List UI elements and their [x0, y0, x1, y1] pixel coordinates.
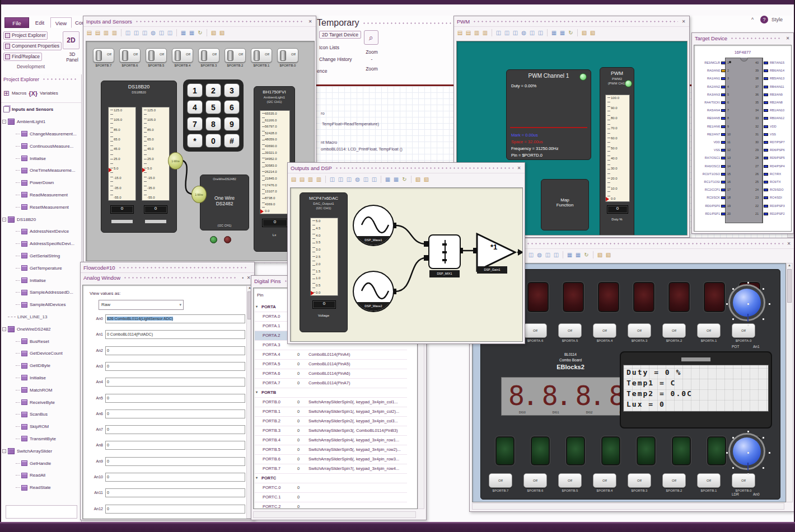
- pin-stub[interactable]: [764, 109, 768, 112]
- keypad-key-6[interactable]: 6: [224, 100, 240, 114]
- expander-icon[interactable]: −: [2, 449, 6, 453]
- pin-row[interactable]: PORTC.10: [255, 493, 407, 502]
- tree-item[interactable]: GetSerialString: [1, 250, 81, 262]
- save2-icon[interactable]: ▥: [111, 29, 118, 36]
- pin4-icon[interactable]: ◫: [362, 176, 370, 183]
- analog-value-input[interactable]: 0: [105, 378, 245, 387]
- tree-item[interactable]: AddressSpecificDevi...: [1, 238, 81, 250]
- outputs-canvas[interactable]: MCP47x6DAC DAC_Output1 (I2C CH1) 5.04.54…: [290, 187, 523, 342]
- slider-marker[interactable]: [260, 209, 264, 214]
- port-group-row[interactable]: ▾PORTB: [255, 388, 407, 398]
- pin-stub[interactable]: [721, 109, 726, 112]
- tree-item[interactable]: TransmitByte: [1, 433, 81, 445]
- eblocks-hscrollbar[interactable]: [472, 503, 784, 510]
- chart-icon[interactable]: ▦: [550, 29, 558, 36]
- close-icon[interactable]: ✕: [785, 36, 791, 41]
- dac-panel[interactable]: MCP47x6DAC DAC_Output1 (I2C CH1) 5.04.54…: [300, 192, 348, 332]
- 2d-panel-button[interactable]: 2D: [63, 31, 80, 49]
- close-icon[interactable]: ✕: [786, 241, 792, 246]
- toggle-switch[interactable]: Off: [558, 323, 582, 338]
- ds18b20-slider-1[interactable]: 125.0105.085.065.045.025.05.0-15.0-35.0-…: [108, 107, 136, 201]
- globe-icon[interactable]: ◍: [354, 176, 361, 183]
- pin-row[interactable]: PORTA.50ComboBL0114(PinA5): [255, 360, 407, 369]
- pwm-channel-panel[interactable]: PWM Channel 1 Duty = 0.00% Mark = 0.00us…: [506, 69, 591, 160]
- pin-stub[interactable]: [764, 165, 768, 168]
- macros-icon[interactable]: ⊞: [3, 89, 10, 97]
- pin4-icon[interactable]: ◫: [529, 29, 536, 36]
- tree-item[interactable]: SampleAddressedD...: [1, 286, 81, 299]
- onewire-connector[interactable]: 1-Wire: [168, 152, 183, 170]
- toggle-switch[interactable]: Off: [251, 48, 272, 63]
- save-icon[interactable]: ▥: [473, 29, 480, 36]
- pin5-icon[interactable]: ◫: [553, 251, 560, 258]
- tree-item[interactable]: Inputs and Sensors: [1, 103, 81, 116]
- cut-icon[interactable]: ▧: [596, 251, 604, 258]
- cut2-icon[interactable]: ▧: [589, 29, 596, 36]
- tree-item[interactable]: SampleAllDevices: [1, 299, 81, 311]
- tab-edit[interactable]: Edit: [31, 17, 48, 28]
- pin-row[interactable]: PORTB.50SwitchArraySliderSpin5(, keypad_…: [255, 445, 407, 455]
- pin3-icon[interactable]: ◫: [345, 176, 353, 183]
- pin-stub[interactable]: [721, 181, 726, 183]
- chart2-icon[interactable]: ▦: [392, 176, 400, 183]
- pin-stub[interactable]: [721, 77, 726, 80]
- pin-stub[interactable]: [721, 149, 726, 152]
- pin-stub[interactable]: [764, 125, 768, 128]
- find-replace-button[interactable]: Find/Replace: [3, 53, 42, 61]
- zoom-icon[interactable]: ⌕: [364, 30, 378, 45]
- pin3-icon[interactable]: ◫: [512, 29, 519, 36]
- tree-item[interactable]: SkipROM: [1, 421, 81, 433]
- pin-row[interactable]: PORTC.20: [255, 502, 407, 509]
- view-values-dropdown[interactable]: Raw▾: [99, 300, 184, 310]
- globe-icon[interactable]: ◍: [520, 29, 527, 36]
- bh1750-slider[interactable]: 65535.061166.056797.052428.048059.043690…: [260, 110, 290, 214]
- pin-stub[interactable]: [721, 205, 726, 208]
- pin3-icon[interactable]: ◫: [141, 29, 148, 36]
- keypad-key-5[interactable]: 5: [205, 100, 221, 114]
- toggle-switch[interactable]: Off: [523, 323, 547, 338]
- chevron-down-icon[interactable]: ▾: [256, 390, 258, 394]
- rotate-icon[interactable]: ↻: [583, 251, 590, 258]
- tree-item[interactable]: MatchROM: [1, 384, 81, 396]
- collapse-ribbon-chevron[interactable]: ^: [751, 17, 754, 22]
- pin-stub[interactable]: [764, 196, 768, 199]
- expander-icon[interactable]: −: [2, 218, 6, 222]
- keypad-key-0[interactable]: 0: [205, 134, 221, 148]
- close-icon[interactable]: ✕: [307, 19, 313, 24]
- slider-marker[interactable]: [142, 168, 146, 172]
- keypad-key-#[interactable]: #: [224, 134, 240, 148]
- keypad-key-*[interactable]: *: [187, 134, 203, 148]
- chart-icon[interactable]: ▦: [384, 176, 391, 183]
- keypad-key-4[interactable]: 4: [187, 100, 203, 114]
- pin-stub[interactable]: [764, 141, 768, 144]
- toggle-switch[interactable]: Off: [732, 473, 755, 488]
- tree-item[interactable]: ReadAll: [1, 469, 81, 482]
- rotate-icon[interactable]: ↻: [401, 176, 408, 183]
- zoom-label-2[interactable]: Zoom: [362, 66, 382, 72]
- target-device-titlebar[interactable]: Target Device ✕: [692, 33, 793, 43]
- tree-item[interactable]: GetIDByte: [1, 360, 81, 372]
- pin-row[interactable]: PORTB.00SwitchArraySliderSpin0(, keypad_…: [255, 398, 407, 407]
- ds18b20-slider-2[interactable]: 125.0105.085.065.045.025.05.0-15.0-35.0-…: [142, 107, 170, 201]
- cut2-icon[interactable]: ▧: [605, 251, 612, 258]
- pin5-icon[interactable]: ◫: [166, 29, 174, 36]
- close-icon[interactable]: ✕: [681, 19, 686, 24]
- pin-stub[interactable]: [764, 69, 768, 72]
- toggle-switch[interactable]: Off: [119, 48, 141, 63]
- tree-item[interactable]: ScanBus: [1, 408, 81, 421]
- pin-stub[interactable]: [721, 189, 726, 191]
- slider-marker[interactable]: [109, 168, 112, 172]
- pin5-icon[interactable]: ◫: [371, 176, 378, 183]
- toggle-switch[interactable]: Off: [93, 48, 114, 63]
- pwm-slider[interactable]: 100.090.080.070.060.050.040.030.020.010.…: [605, 95, 630, 202]
- toggle-switch[interactable]: Off: [489, 473, 512, 488]
- tree-item[interactable]: −AmbientLight1: [1, 116, 81, 128]
- analog-value-input[interactable]: 0: [105, 394, 245, 403]
- tree-item[interactable]: Initialise: [1, 274, 81, 286]
- toggle-switch[interactable]: Off: [593, 323, 616, 338]
- onewire-connector[interactable]: 1-Wire: [191, 186, 207, 203]
- paste-icon[interactable]: ▤: [456, 29, 464, 36]
- toggle-switch[interactable]: Off: [523, 473, 547, 488]
- pin-stub[interactable]: [721, 101, 726, 104]
- paste2-icon[interactable]: ▤: [94, 29, 101, 36]
